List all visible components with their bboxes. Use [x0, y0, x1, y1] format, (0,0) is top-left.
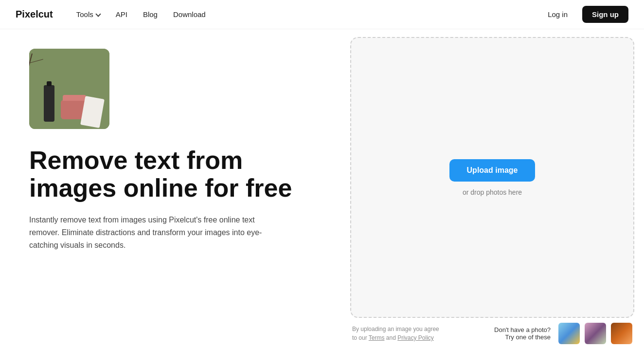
drop-hint: or drop photos here	[463, 188, 522, 196]
chevron-down-icon	[95, 11, 101, 17]
terms-link[interactable]: Terms	[369, 334, 385, 341]
nav-tools[interactable]: Tools	[71, 7, 106, 21]
upload-footer: By uploading an image you agree to our T…	[350, 318, 634, 345]
nav-actions: Log in Sign up	[539, 6, 628, 23]
branch-decoration	[29, 54, 33, 92]
hero-description: Instantly remove text from images using …	[29, 214, 282, 251]
hero-image-inner	[29, 49, 109, 129]
login-button[interactable]: Log in	[539, 6, 576, 22]
main-content: Remove text from images online for free …	[0, 29, 644, 350]
nav-links: Tools API Blog Download	[71, 7, 539, 21]
nav-download[interactable]: Download	[167, 7, 212, 21]
left-panel: Remove text from images online for free …	[0, 29, 340, 350]
navbar: Pixelcut Tools API Blog Download Log in …	[0, 0, 644, 29]
terms-text: By uploading an image you agree to our T…	[352, 325, 439, 342]
sample-photos-label: Don't have a photo? Try one of these	[494, 326, 551, 341]
privacy-link[interactable]: Privacy Policy	[397, 334, 434, 341]
hero-title: Remove text from images online for free	[29, 147, 302, 202]
product-bottle	[44, 85, 54, 122]
nav-api[interactable]: API	[110, 7, 133, 21]
right-panel: Upload image or drop photos here By uplo…	[340, 29, 644, 350]
sample-photos: Don't have a photo? Try one of these	[494, 323, 632, 344]
upload-dropzone[interactable]: Upload image or drop photos here	[350, 37, 634, 318]
hero-image-container	[29, 49, 109, 129]
nav-blog[interactable]: Blog	[137, 7, 163, 21]
sample-thumb-2[interactable]	[585, 323, 606, 344]
sample-thumb-3[interactable]	[611, 323, 632, 344]
sample-thumb-1[interactable]	[558, 323, 580, 344]
logo[interactable]: Pixelcut	[16, 9, 53, 20]
hero-image	[29, 49, 109, 129]
signup-button[interactable]: Sign up	[582, 6, 628, 23]
upload-image-button[interactable]: Upload image	[449, 159, 536, 182]
